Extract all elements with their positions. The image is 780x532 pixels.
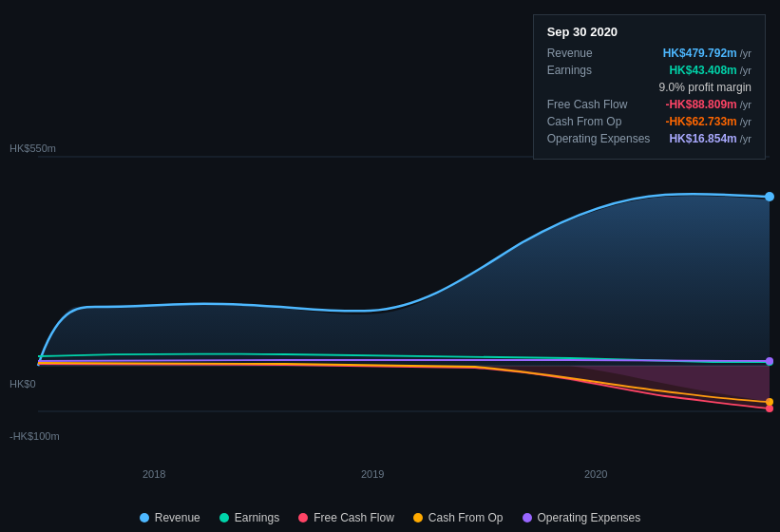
tooltip-op-exp-label: Operating Expenses bbox=[547, 132, 651, 145]
svg-point-6 bbox=[766, 357, 773, 365]
legend-revenue[interactable]: Revenue bbox=[140, 511, 200, 524]
tooltip-op-exp-row: Operating Expenses HK$16.854m/yr bbox=[547, 132, 751, 145]
tooltip-free-cash-row: Free Cash Flow -HK$88.809m/yr bbox=[547, 98, 751, 111]
tooltip-profit-margin-row: 9.0% profit margin bbox=[547, 81, 751, 94]
tooltip-cash-op-label: Cash From Op bbox=[547, 115, 622, 128]
chart-legend: Revenue Earnings Free Cash Flow Cash Fro… bbox=[0, 511, 780, 524]
tooltip-earnings-row: Earnings HK$43.408m/yr bbox=[547, 64, 751, 77]
legend-free-cash-dot bbox=[298, 513, 308, 522]
legend-cash-op-label: Cash From Op bbox=[428, 511, 504, 524]
legend-op-exp-dot bbox=[523, 513, 532, 522]
tooltip-earnings-label: Earnings bbox=[547, 64, 592, 77]
tooltip-earnings-value: HK$43.408m/yr bbox=[669, 64, 751, 77]
tooltip-date: Sep 30 2020 bbox=[547, 25, 751, 39]
legend-earnings[interactable]: Earnings bbox=[219, 511, 279, 524]
tooltip-cash-op-value: -HK$62.733m/yr bbox=[665, 115, 751, 128]
legend-cash-op-dot bbox=[413, 513, 423, 522]
tooltip-cash-op-row: Cash From Op -HK$62.733m/yr bbox=[547, 115, 751, 128]
x-label-2020: 2020 bbox=[584, 468, 607, 480]
tooltip-op-exp-value: HK$16.854m/yr bbox=[669, 132, 751, 145]
legend-op-exp-label: Operating Expenses bbox=[538, 511, 641, 524]
legend-revenue-dot bbox=[140, 513, 149, 522]
x-label-2019: 2019 bbox=[361, 468, 384, 480]
legend-free-cash-flow[interactable]: Free Cash Flow bbox=[298, 511, 394, 524]
tooltip-revenue-label: Revenue bbox=[547, 47, 593, 60]
tooltip-revenue-row: Revenue HK$479.792m/yr bbox=[547, 47, 751, 60]
legend-revenue-label: Revenue bbox=[155, 511, 200, 524]
x-label-2018: 2018 bbox=[143, 468, 165, 480]
legend-earnings-label: Earnings bbox=[235, 511, 279, 524]
legend-operating-expenses[interactable]: Operating Expenses bbox=[523, 511, 641, 524]
tooltip-free-cash-value: -HK$88.809m/yr bbox=[665, 98, 751, 111]
legend-free-cash-label: Free Cash Flow bbox=[314, 511, 394, 524]
svg-point-3 bbox=[765, 192, 774, 201]
legend-cash-from-op[interactable]: Cash From Op bbox=[413, 511, 504, 524]
tooltip-panel: Sep 30 2020 Revenue HK$479.792m/yr Earni… bbox=[533, 14, 766, 160]
legend-earnings-dot bbox=[219, 513, 229, 522]
tooltip-revenue-value: HK$479.792m/yr bbox=[663, 47, 751, 60]
chart-area[interactable] bbox=[0, 147, 780, 451]
tooltip-free-cash-label: Free Cash Flow bbox=[547, 98, 628, 111]
